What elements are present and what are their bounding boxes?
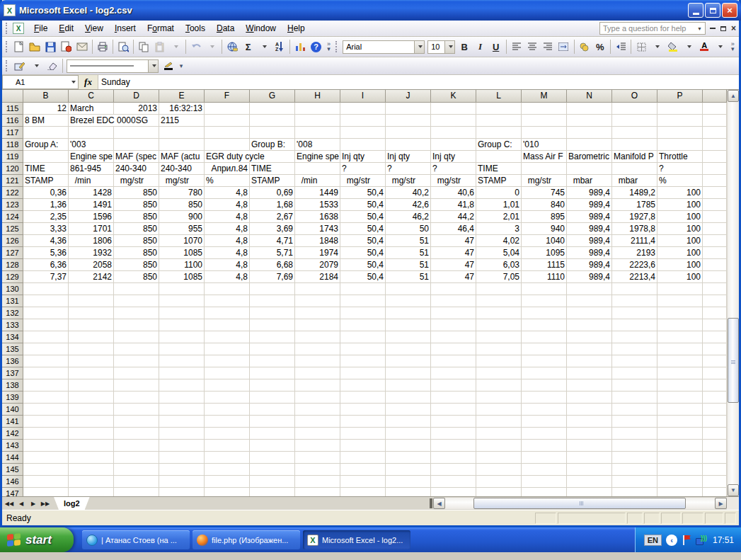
- cell-K147[interactable]: [431, 488, 476, 496]
- cell-B118[interactable]: Group A:: [23, 139, 69, 151]
- cell-J126[interactable]: 51: [386, 235, 431, 247]
- cell-C118[interactable]: '003: [69, 139, 114, 151]
- cell-H115[interactable]: [295, 103, 340, 115]
- sheet-minimize-button[interactable]: [710, 28, 716, 29]
- chevron-down-icon[interactable]: [148, 60, 158, 72]
- next-sheet-icon[interactable]: ▶: [28, 501, 39, 507]
- cell-K134[interactable]: [431, 331, 476, 343]
- cell-partial[interactable]: [703, 343, 727, 355]
- cell-H132[interactable]: [295, 307, 340, 319]
- task-button-firefox[interactable]: file.php (Изображен...: [193, 530, 300, 549]
- cell-H144[interactable]: [295, 452, 340, 464]
- cell-P115[interactable]: [657, 103, 703, 115]
- cell-E131[interactable]: [159, 295, 205, 307]
- cell-partial[interactable]: [703, 175, 727, 187]
- cell-J136[interactable]: [386, 355, 431, 367]
- align-center-icon[interactable]: [524, 39, 540, 55]
- cell-O138[interactable]: [612, 379, 657, 392]
- cell-K137[interactable]: [431, 367, 476, 379]
- cell-G143[interactable]: [250, 440, 295, 452]
- cell-C138[interactable]: [69, 379, 114, 392]
- cell-N125[interactable]: 989,4: [567, 223, 612, 235]
- cell-K141[interactable]: [431, 416, 476, 428]
- horizontal-scroll-track[interactable]: [445, 498, 715, 509]
- cell-M138[interactable]: [522, 379, 567, 392]
- cell-E120[interactable]: 240-340: [159, 163, 205, 175]
- cell-L124[interactable]: 2,01: [476, 211, 522, 223]
- cell-O131[interactable]: [612, 295, 657, 307]
- cell-partial[interactable]: [703, 331, 727, 343]
- cell-P122[interactable]: 100: [657, 187, 703, 199]
- cell-M133[interactable]: [522, 319, 567, 331]
- cell-L119[interactable]: [476, 151, 522, 163]
- cell-E138[interactable]: [159, 379, 205, 392]
- cell-F133[interactable]: [205, 319, 250, 331]
- cell-N133[interactable]: [567, 319, 612, 331]
- cell-F142[interactable]: [205, 428, 250, 440]
- cell-D118[interactable]: [114, 139, 159, 151]
- cell-N135[interactable]: [567, 343, 612, 355]
- bold-icon[interactable]: B: [456, 39, 472, 55]
- cell-G147[interactable]: [250, 488, 295, 496]
- col-header-L[interactable]: L: [476, 90, 522, 103]
- cell-I141[interactable]: [340, 416, 386, 428]
- select-all-corner[interactable]: [2, 90, 23, 103]
- paste-dropdown-icon[interactable]: [168, 39, 183, 55]
- cell-B143[interactable]: [23, 440, 69, 452]
- cell-B142[interactable]: [23, 428, 69, 440]
- row-header-144[interactable]: 144: [2, 452, 23, 464]
- cell-F139[interactable]: [205, 392, 250, 404]
- cell-L134[interactable]: [476, 331, 522, 343]
- formula-input[interactable]: Sunday: [98, 75, 739, 89]
- cell-O121[interactable]: mbar: [612, 175, 657, 187]
- cell-O119[interactable]: Manifold P: [612, 151, 657, 163]
- cell-partial[interactable]: [703, 139, 727, 151]
- cell-D128[interactable]: 850: [114, 259, 159, 271]
- cell-E124[interactable]: 900: [159, 211, 205, 223]
- cell-C131[interactable]: [69, 295, 114, 307]
- close-button[interactable]: ×: [722, 3, 737, 18]
- decrease-indent-icon[interactable]: [613, 39, 628, 55]
- scroll-down-icon[interactable]: ▼: [728, 484, 739, 496]
- cell-F135[interactable]: [205, 343, 250, 355]
- cell-N130[interactable]: [567, 283, 612, 295]
- cell-partial[interactable]: [703, 235, 727, 247]
- cell-D121[interactable]: mg/str: [114, 175, 159, 187]
- cell-N123[interactable]: 989,4: [567, 199, 612, 211]
- draw-border-dropdown-icon[interactable]: [28, 58, 44, 74]
- cell-partial[interactable]: [703, 163, 727, 175]
- cell-P124[interactable]: 100: [657, 211, 703, 223]
- row-header-123[interactable]: 123: [2, 199, 23, 211]
- cell-O129[interactable]: 2213,4: [612, 271, 657, 283]
- cell-N134[interactable]: [567, 331, 612, 343]
- cell-O130[interactable]: [612, 283, 657, 295]
- cell-J124[interactable]: 46,2: [386, 211, 431, 223]
- cell-P125[interactable]: 100: [657, 223, 703, 235]
- cell-partial[interactable]: [703, 440, 727, 452]
- cell-G136[interactable]: [250, 355, 295, 367]
- cell-E146[interactable]: [159, 476, 205, 488]
- cell-L126[interactable]: 4,02: [476, 235, 522, 247]
- first-sheet-icon[interactable]: ◀◀: [4, 501, 15, 507]
- cell-D126[interactable]: 850: [114, 235, 159, 247]
- cell-N139[interactable]: [567, 392, 612, 404]
- cell-G144[interactable]: [250, 452, 295, 464]
- cell-O137[interactable]: [612, 367, 657, 379]
- cell-K138[interactable]: [431, 379, 476, 392]
- cell-H143[interactable]: [295, 440, 340, 452]
- cell-G132[interactable]: [250, 307, 295, 319]
- cell-G123[interactable]: 1,68: [250, 199, 295, 211]
- cell-D122[interactable]: 850: [114, 187, 159, 199]
- cell-I126[interactable]: 50,4: [340, 235, 386, 247]
- row-header-134[interactable]: 134: [2, 331, 23, 343]
- cell-E127[interactable]: 1085: [159, 247, 205, 259]
- cell-B144[interactable]: [23, 452, 69, 464]
- cell-J127[interactable]: 51: [386, 247, 431, 259]
- cell-O127[interactable]: 2193: [612, 247, 657, 259]
- cell-O143[interactable]: [612, 440, 657, 452]
- cell-D115[interactable]: 2013: [114, 103, 159, 115]
- cell-G138[interactable]: [250, 379, 295, 392]
- cell-L132[interactable]: [476, 307, 522, 319]
- cell-I121[interactable]: mg/str: [340, 175, 386, 187]
- menu-file[interactable]: File: [28, 21, 53, 35]
